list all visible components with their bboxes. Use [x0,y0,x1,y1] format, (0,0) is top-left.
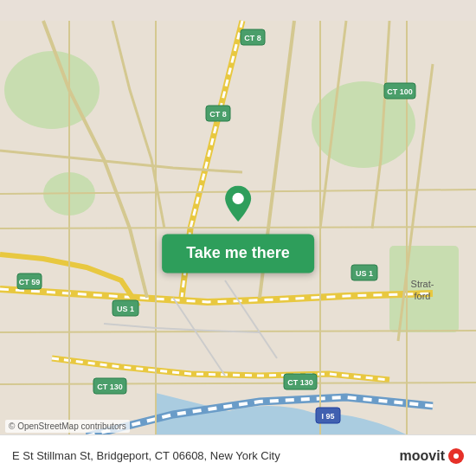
take-me-there-button[interactable]: Take me there [162,234,314,273]
svg-point-1 [4,51,100,129]
svg-text:CT 100: CT 100 [387,87,413,96]
svg-text:CT 8: CT 8 [209,110,227,119]
svg-text:Strat-: Strat- [411,279,434,289]
moovit-logo-text: moovit [400,448,445,464]
svg-text:US 1: US 1 [356,269,373,278]
svg-text:CT 59: CT 59 [19,278,41,286]
address-text: E St Stillman St, Bridgeport, CT 06608, … [12,449,400,462]
svg-point-27 [232,193,243,204]
take-me-there-overlay: Take me there [162,185,314,273]
svg-text:CT 8: CT 8 [244,34,261,42]
svg-text:CT 130: CT 130 [97,383,123,391]
svg-text:CT 130: CT 130 [287,378,313,387]
location-pin-icon [216,185,260,228]
map-container: CT 8 CT 8 CT 100 CT 59 US 1 US 1 CT 130 … [0,0,476,476]
svg-text:I 95: I 95 [321,412,334,421]
moovit-logo-dot [448,448,464,464]
svg-text:ford: ford [415,291,431,301]
info-bar: E St Stillman St, Bridgeport, CT 06608, … [0,434,476,476]
svg-text:US 1: US 1 [117,305,134,313]
moovit-logo: moovit [400,448,464,464]
osm-attribution: © OpenStreetMap contributors [5,420,130,433]
